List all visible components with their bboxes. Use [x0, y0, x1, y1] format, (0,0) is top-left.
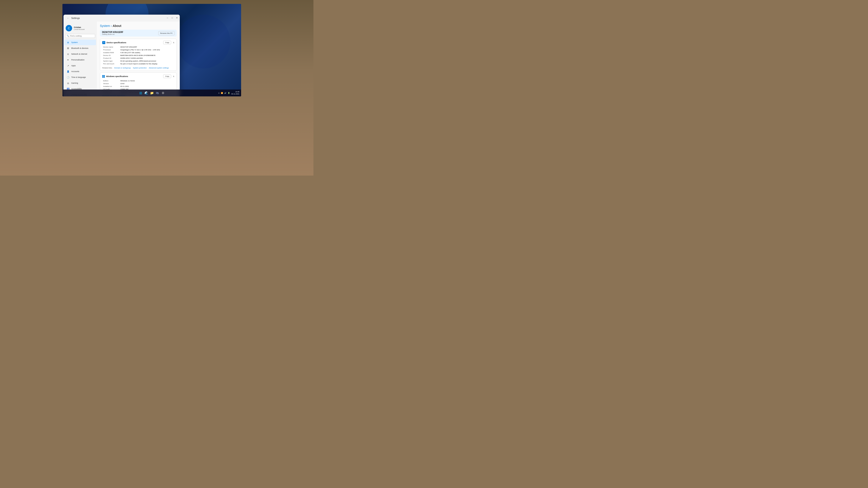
device-specs-copy-button[interactable]: Copy [163, 41, 171, 44]
sidebar-item-network[interactable]: ⊙ Network & internet [64, 51, 96, 57]
accounts-icon: 👤 [66, 70, 69, 73]
device-specs-collapse-button[interactable]: ∧ [173, 41, 175, 44]
apps-icon: ↗ [66, 64, 69, 67]
taskbar-center: ⊞ 🌊 📁 🛍 ⚙ [138, 91, 165, 95]
sidebar-item-label: Personalisation [71, 59, 85, 61]
sidebar-item-label: Gaming [71, 82, 78, 84]
table-row: Pen and touch No pen or touch input is a… [102, 62, 175, 65]
sidebar-item-label: System [71, 41, 78, 43]
spec-value: Snapdragon (TM) 7c Gen 2 @ 2.55 GHz 2.55… [120, 48, 175, 51]
system-protection-link[interactable]: System protection [133, 67, 147, 69]
title-bar: ← Settings ─ □ ✕ [63, 14, 180, 22]
sidebar-item-label: Time & language [71, 76, 86, 78]
windows-specs-collapse-button[interactable]: ∧ [173, 75, 175, 77]
spec-value: 4.00 GB (3.57 GB usable) [120, 51, 175, 54]
gaming-icon: ◎ [66, 82, 69, 85]
table-row: Processor Snapdragon (TM) 7c Gen 2 @ 2.5… [102, 48, 175, 51]
personalisation-icon: ✒ [66, 58, 69, 61]
device-specs-table: Device name DESKTOP-KRA1ERF Processor Sn… [102, 45, 175, 65]
spec-label: Installed on [102, 85, 120, 88]
back-button[interactable]: ← [66, 16, 70, 20]
win-section-controls: Copy ∧ [163, 74, 175, 78]
battery-icon: 🔋 [228, 92, 230, 94]
clock-time: 10:45 [231, 91, 239, 93]
windows-specs-copy-button[interactable]: Copy [163, 74, 171, 78]
settings-window: ← Settings ─ □ ✕ C [63, 14, 180, 96]
spec-value: 00356-02517-02693-AAOEM [120, 57, 175, 60]
win-spec-title: Windows specifications [102, 75, 128, 78]
wifi-icon: 📶 [221, 92, 223, 94]
close-button[interactable]: ✕ [175, 16, 179, 20]
explorer-taskbar-icon[interactable]: 📁 [149, 91, 154, 95]
device-model: Galaxy Book Go [102, 33, 123, 35]
sidebar-item-label: Bluetooth & devices [71, 47, 89, 49]
sidebar-item-gaming[interactable]: ◎ Gaming [64, 80, 96, 86]
related-links-label: Related links [102, 67, 112, 69]
spec-label: Version [102, 82, 120, 85]
spec-title: ℹ Device specifications [102, 41, 126, 44]
table-row: Device name DESKTOP-KRA1ERF [102, 45, 175, 48]
search-input[interactable] [70, 35, 94, 37]
edge-taskbar-icon[interactable]: 🌊 [144, 91, 149, 95]
rename-pc-button[interactable]: Rename this PC [158, 31, 175, 35]
search-box[interactable]: 🔍 [65, 34, 95, 38]
device-specs-section: ℹ Device specifications Copy ∧ [100, 39, 177, 71]
search-icon: 🔍 [67, 35, 69, 37]
window-title: Settings [71, 17, 80, 19]
settings-taskbar-icon[interactable]: ⚙ [161, 91, 165, 95]
user-name: Cristian [74, 26, 95, 28]
spec-label: Pen and touch [102, 62, 120, 65]
sidebar-item-personalisation[interactable]: ✒ Personalisation [64, 57, 96, 63]
breadcrumb-separator: › [111, 24, 113, 28]
breadcrumb-current: About [113, 24, 121, 28]
main-content: System › About DESKTOP-KRA1ERF Galaxy Bo… [97, 22, 180, 96]
user-profile[interactable]: C Cristian Local Account [63, 23, 97, 34]
spec-value: DESKTOP-KRA1ERF [120, 45, 175, 48]
table-row: System type 64-bit operating system, ARM… [102, 60, 175, 62]
spec-value: No pen or touch input is available for t… [120, 62, 175, 65]
sidebar-item-apps[interactable]: ↗ Apps [64, 63, 96, 68]
table-row: Edition Windows 11 Home [102, 79, 175, 82]
system-icon: ⊞ [66, 41, 69, 44]
sidebar-item-label: Accounts [71, 70, 79, 72]
spec-value: 64-bit operating system, ARM-based proce… [120, 60, 175, 62]
maximize-button[interactable]: □ [170, 16, 174, 20]
bluetooth-icon: ⦿ [66, 47, 69, 50]
time-icon: 🕐 [66, 76, 69, 79]
table-row: Installed RAM 4.00 GB (3.57 GB usable) [102, 51, 175, 54]
domain-workgroup-link[interactable]: Domain or workgroup [114, 67, 131, 69]
sidebar-item-accounts[interactable]: 👤 Accounts [64, 69, 96, 74]
sidebar-item-time[interactable]: 🕐 Time & language [64, 74, 96, 80]
section-controls: Copy ∧ [163, 41, 175, 44]
taskbar: ⊞ 🌊 📁 🛍 ⚙ ∧ 📶 🔊 🔋 10:45 04.11.2021 [62, 90, 241, 96]
minimize-button[interactable]: ─ [165, 16, 169, 20]
device-name-bar: DESKTOP-KRA1ERF Galaxy Book Go Rename th… [100, 30, 177, 37]
advanced-system-settings-link[interactable]: Advanced system settings [149, 67, 169, 69]
clock[interactable]: 10:45 04.11.2021 [231, 91, 239, 95]
user-type: Local Account [74, 28, 95, 30]
breadcrumb-parent[interactable]: System [100, 24, 110, 28]
table-row: Product ID 00356-02517-02693-AAOEM [102, 57, 175, 60]
spec-value: BA657884-EE53-46CD-B298-1F435B099B7E [120, 54, 175, 57]
sidebar: C Cristian Local Account 🔍 [63, 22, 97, 96]
start-button[interactable]: ⊞ [138, 91, 143, 95]
table-row: Device ID BA657884-EE53-46CD-B298-1F435B… [102, 54, 175, 57]
spec-label: Edition [102, 79, 120, 82]
sidebar-item-label: Network & internet [71, 53, 87, 55]
volume-icon: 🔊 [224, 92, 226, 94]
network-icon: ⊙ [66, 53, 69, 56]
spec-label: Processor [102, 48, 120, 51]
windows-icon [102, 75, 105, 78]
spec-label: Device name [102, 45, 120, 48]
tray-expand-icon[interactable]: ∧ [218, 92, 220, 94]
window-controls: ─ □ ✕ [165, 16, 179, 20]
sidebar-item-system[interactable]: ⊞ System [64, 40, 96, 45]
device-hostname: DESKTOP-KRA1ERF [102, 31, 123, 33]
avatar: C [66, 25, 72, 31]
win-spec-header: Windows specifications Copy ∧ [102, 74, 175, 78]
clock-date: 04.11.2021 [231, 93, 239, 95]
store-taskbar-icon[interactable]: 🛍 [155, 91, 160, 95]
sidebar-item-label: Apps [71, 65, 76, 67]
device-name-info: DESKTOP-KRA1ERF Galaxy Book Go [102, 31, 123, 35]
sidebar-item-bluetooth[interactable]: ⦿ Bluetooth & devices [64, 45, 96, 51]
